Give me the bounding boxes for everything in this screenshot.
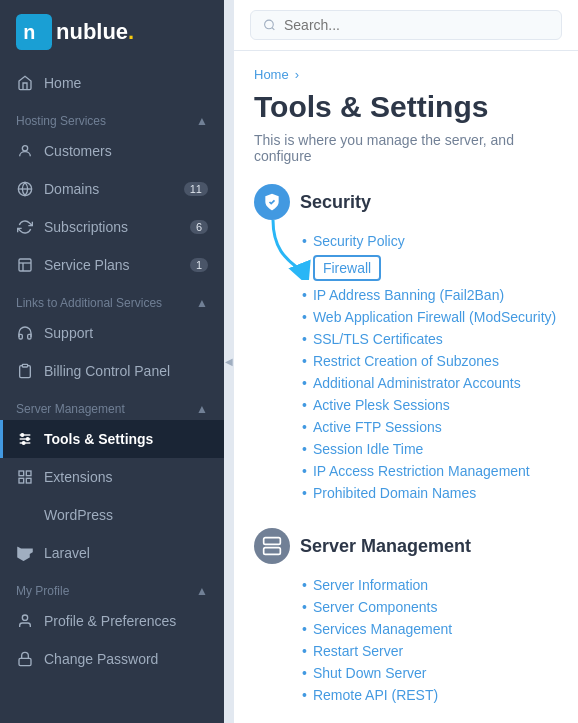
sidebar-item-home[interactable]: Home xyxy=(0,64,224,102)
svg-point-13 xyxy=(26,438,29,441)
list-item: Server Information xyxy=(302,574,558,596)
sidebar-item-profile[interactable]: Profile & Preferences xyxy=(0,602,224,640)
ip-access-link[interactable]: IP Access Restriction Management xyxy=(313,463,530,479)
laravel-icon xyxy=(16,544,34,562)
prohibited-domains-link[interactable]: Prohibited Domain Names xyxy=(313,485,476,501)
group-hosting-services[interactable]: Hosting Services ▲ xyxy=(0,106,224,132)
top-bar xyxy=(234,0,578,51)
services-mgmt-link[interactable]: Services Management xyxy=(313,621,452,637)
svg-rect-17 xyxy=(26,478,31,483)
list-item: Shut Down Server xyxy=(302,662,558,684)
list-item: SSL/TLS Certificates xyxy=(302,328,558,350)
sidebar-item-wordpress[interactable]: WordPress xyxy=(0,496,224,534)
ftp-sessions-link[interactable]: Active FTP Sessions xyxy=(313,419,442,435)
search-input[interactable] xyxy=(284,17,549,33)
list-item: Prohibited Domain Names xyxy=(302,482,558,504)
list-item: Services Management xyxy=(302,618,558,640)
grid-icon xyxy=(16,468,34,486)
svg-rect-8 xyxy=(22,364,27,367)
user-icon xyxy=(16,612,34,630)
restrict-subzones-link[interactable]: Restrict Creation of Subzones xyxy=(313,353,499,369)
list-item: Active Plesk Sessions xyxy=(302,394,558,416)
shutdown-server-link[interactable]: Shut Down Server xyxy=(313,665,427,681)
logo[interactable]: n nublue. xyxy=(0,0,224,64)
globe-icon xyxy=(16,180,34,198)
svg-point-19 xyxy=(22,615,27,620)
server-components-link[interactable]: Server Components xyxy=(313,599,438,615)
wordpress-icon xyxy=(16,506,34,524)
list-item: Restart Server xyxy=(302,640,558,662)
svg-text:n: n xyxy=(23,21,35,43)
session-idle-link[interactable]: Session Idle Time xyxy=(313,441,424,457)
svg-line-22 xyxy=(272,28,274,30)
sidebar-item-support[interactable]: Support xyxy=(0,314,224,352)
server-mgmt-title: Server Management xyxy=(300,536,471,557)
sidebar-collapse-handle[interactable]: ◀ xyxy=(224,0,234,723)
sync-icon xyxy=(16,218,34,236)
logo-icon: n xyxy=(16,14,52,50)
server-management-section: Server Management Server Information Ser… xyxy=(254,528,558,706)
security-links: Security Policy Firewall xyxy=(254,230,558,504)
group-additional-services[interactable]: Links to Additional Services ▲ xyxy=(0,288,224,314)
list-item: Remote API (REST) xyxy=(302,684,558,706)
firewall-item: Firewall xyxy=(313,255,381,281)
svg-rect-18 xyxy=(19,478,24,483)
admin-accounts-link[interactable]: Additional Administrator Accounts xyxy=(313,375,521,391)
server-mgmt-header: Server Management xyxy=(254,528,558,564)
remote-api-link[interactable]: Remote API (REST) xyxy=(313,687,438,703)
sidebar-item-change-password[interactable]: Change Password xyxy=(0,640,224,678)
svg-point-2 xyxy=(22,146,27,151)
chevron-up-icon: ▲ xyxy=(196,114,208,128)
svg-point-21 xyxy=(265,20,274,29)
domains-badge: 11 xyxy=(184,182,208,196)
waf-link[interactable]: Web Application Firewall (ModSecurity) xyxy=(313,309,556,325)
firewall-box: Firewall xyxy=(313,255,381,281)
server-info-link[interactable]: Server Information xyxy=(313,577,428,593)
clipboard-icon xyxy=(16,362,34,380)
breadcrumb-home[interactable]: Home xyxy=(254,67,289,82)
svg-point-14 xyxy=(22,442,25,445)
security-section-title: Security xyxy=(300,192,371,213)
sidebar-item-billing[interactable]: Billing Control Panel xyxy=(0,352,224,390)
server-mgmt-links: Server Information Server Components Ser… xyxy=(254,574,558,706)
svg-rect-24 xyxy=(264,538,281,545)
svg-rect-5 xyxy=(19,259,31,271)
main-content: Home › Tools & Settings This is where yo… xyxy=(234,0,578,723)
list-item: Active FTP Sessions xyxy=(302,416,558,438)
chevron-up-icon-4: ▲ xyxy=(196,584,208,598)
sidebar-item-tools[interactable]: Tools & Settings xyxy=(0,420,224,458)
home-icon xyxy=(16,74,34,92)
sidebar-item-extensions[interactable]: Extensions xyxy=(0,458,224,496)
search-box[interactable] xyxy=(250,10,562,40)
firewall-link[interactable]: Firewall xyxy=(323,260,371,276)
group-my-profile[interactable]: My Profile ▲ xyxy=(0,576,224,602)
group-server-management[interactable]: Server Management ▲ xyxy=(0,394,224,420)
headset-icon xyxy=(16,324,34,342)
sidebar-item-service-plans[interactable]: Service Plans 1 xyxy=(0,246,224,284)
list-item: Session Idle Time xyxy=(302,438,558,460)
server-mgmt-icon xyxy=(254,528,290,564)
subscriptions-badge: 6 xyxy=(190,220,208,234)
search-icon xyxy=(263,18,276,32)
list-item: IP Access Restriction Management xyxy=(302,460,558,482)
lock-icon xyxy=(16,650,34,668)
sidebar-item-domains[interactable]: Domains 11 xyxy=(0,170,224,208)
breadcrumb-separator: › xyxy=(295,67,299,82)
content-area: Home › Tools & Settings This is where yo… xyxy=(234,51,578,723)
service-plans-badge: 1 xyxy=(190,258,208,272)
list-item: IP Address Banning (Fail2Ban) xyxy=(302,284,558,306)
restart-server-link[interactable]: Restart Server xyxy=(313,643,403,659)
ssl-link[interactable]: SSL/TLS Certificates xyxy=(313,331,443,347)
security-policy-link[interactable]: Security Policy xyxy=(313,233,405,249)
sidebar-item-subscriptions[interactable]: Subscriptions 6 xyxy=(0,208,224,246)
breadcrumb: Home › xyxy=(254,67,558,82)
svg-rect-20 xyxy=(19,658,31,665)
sidebar-item-customers[interactable]: Customers xyxy=(0,132,224,170)
list-item: Server Components xyxy=(302,596,558,618)
sidebar: n nublue. Home Hosting Services ▲ Custom… xyxy=(0,0,224,723)
list-item: Firewall xyxy=(302,252,558,284)
plesk-sessions-link[interactable]: Active Plesk Sessions xyxy=(313,397,450,413)
security-icon xyxy=(254,184,290,220)
sidebar-item-laravel[interactable]: Laravel xyxy=(0,534,224,572)
ip-banning-link[interactable]: IP Address Banning (Fail2Ban) xyxy=(313,287,504,303)
